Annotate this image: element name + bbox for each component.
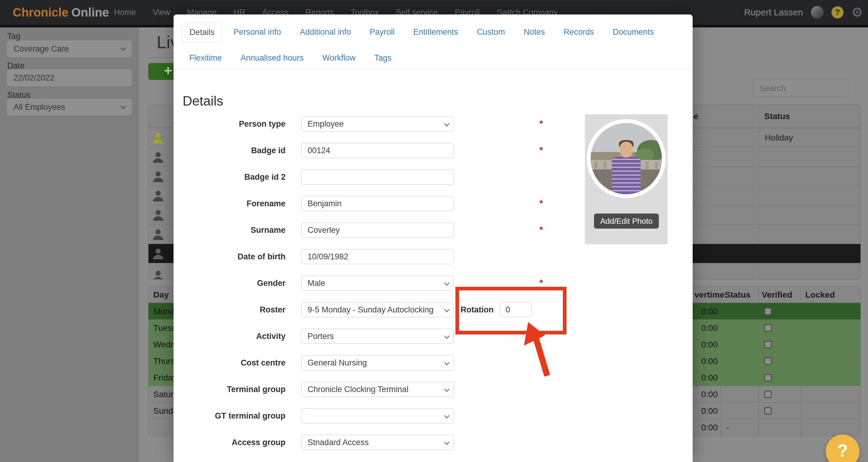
- cost-centre-select[interactable]: General Nursing: [301, 355, 454, 370]
- app-logo[interactable]: Chronicle Online: [13, 0, 109, 25]
- required-asterisk: *: [539, 118, 543, 129]
- tab-annualised-hours[interactable]: Annualised hours: [233, 48, 311, 68]
- status-column-header: Status: [764, 111, 790, 121]
- day-column-header: Day: [153, 290, 169, 300]
- tab-tags[interactable]: Tags: [367, 48, 399, 68]
- modal-tabs-row2: Flexitime Annualised hours Workflow Tags: [182, 48, 403, 68]
- date-of-birth-value: 10/09/1982: [308, 252, 348, 261]
- verified-checkbox[interactable]: [764, 307, 772, 315]
- surname-field[interactable]: Coverley: [301, 223, 454, 238]
- chevron-down-icon: [444, 333, 450, 339]
- tab-records[interactable]: Records: [556, 23, 601, 42]
- add-edit-photo-button[interactable]: Add/Edit Photo: [594, 213, 659, 229]
- forename-field[interactable]: Benjamin: [301, 196, 454, 211]
- gender-select[interactable]: Male: [301, 276, 454, 291]
- verified-checkbox[interactable]: [764, 407, 772, 415]
- tab-workflow[interactable]: Workflow: [315, 48, 363, 68]
- chevron-down-icon: [444, 439, 450, 445]
- tab-personal-info[interactable]: Personal info: [226, 23, 288, 42]
- field-label: Roster: [174, 302, 285, 317]
- badge-id-field[interactable]: 00124: [301, 143, 454, 158]
- user-name[interactable]: Rupert Lassen: [744, 7, 803, 18]
- gear-icon[interactable]: ⚙: [851, 0, 863, 25]
- field-label: Gender: [174, 276, 285, 291]
- status-select[interactable]: All Employees: [7, 99, 132, 115]
- chevron-down-icon: [120, 103, 126, 109]
- activity-select[interactable]: Porters: [301, 329, 454, 344]
- person-icon: [152, 247, 164, 259]
- tag-label: Tag: [7, 32, 21, 41]
- modal-tabs-row1: Details Personal info Additional info Pa…: [182, 23, 665, 42]
- terminal-group-value: Chronicle Clocking Terminal: [308, 385, 408, 394]
- person-type-select[interactable]: Employee: [301, 117, 454, 131]
- tag-select-value: Coverage Care: [13, 44, 69, 54]
- chevron-down-icon: [444, 307, 450, 312]
- terminal-group-select[interactable]: Chronicle Clocking Terminal: [301, 382, 454, 397]
- tab-custom[interactable]: Custom: [470, 23, 512, 42]
- status-select-value: All Employees: [13, 102, 65, 111]
- chevron-down-icon: [444, 121, 450, 126]
- search-input[interactable]: [753, 79, 849, 97]
- photo-panel: Add/Edit Photo: [585, 114, 668, 244]
- field-label: Badge id: [174, 143, 285, 158]
- nav-item-home[interactable]: Home: [114, 8, 136, 17]
- access-group-select[interactable]: Stnadard Access: [301, 435, 454, 450]
- verified-checkbox[interactable]: [764, 357, 772, 365]
- verified-checkbox[interactable]: [764, 374, 772, 382]
- user-avatar[interactable]: [811, 6, 824, 19]
- cost-centre-value: General Nursing: [308, 358, 367, 367]
- field-label: Forename: [174, 196, 285, 211]
- person-icon: [152, 131, 164, 143]
- status-column-header: Status: [725, 290, 751, 300]
- field-label: GT terminal group: [174, 408, 285, 423]
- form-row-gt-terminal-group: GT terminal group: [174, 408, 693, 423]
- roster-select[interactable]: 9-5 Monday - Sunday Autoclocking: [301, 302, 454, 317]
- tab-additional-info[interactable]: Additional info: [292, 23, 358, 42]
- surname-value: Coverley: [308, 226, 340, 235]
- tab-flexitime[interactable]: Flexitime: [182, 48, 229, 68]
- activity-value: Porters: [308, 332, 334, 341]
- tab-documents[interactable]: Documents: [606, 23, 661, 42]
- person-icon: [152, 228, 164, 240]
- field-label: Activity: [174, 329, 285, 344]
- tab-details[interactable]: Details: [182, 23, 222, 42]
- employee-photo: [591, 123, 662, 194]
- form-row-gender: Gender Male *: [174, 276, 693, 291]
- form-row-terminal-group: Terminal group Chronicle Clocking Termin…: [174, 382, 693, 397]
- form-row-date-of-birth: Date of birth 10/09/1982: [174, 249, 693, 264]
- field-label: Access group: [174, 435, 285, 450]
- form-row-access-group: Access group Stnadard Access: [174, 435, 693, 450]
- nav-right-cluster: Rupert Lassen ? ⚙: [744, 0, 863, 25]
- required-asterisk: *: [539, 145, 543, 156]
- chevron-down-icon: [444, 360, 450, 365]
- help-icon[interactable]: ?: [832, 6, 843, 19]
- field-label: Person type: [174, 117, 285, 131]
- floating-help-button[interactable]: ?: [826, 435, 860, 462]
- employee-details-modal: Details Personal info Additional info Pa…: [174, 14, 693, 462]
- verified-checkbox[interactable]: [764, 391, 772, 398]
- tab-payroll[interactable]: Payroll: [363, 23, 402, 42]
- tag-select[interactable]: Coverage Care: [7, 41, 132, 57]
- form-row-cost-centre: Cost centre General Nursing: [174, 355, 693, 370]
- field-label: Surname: [174, 223, 285, 238]
- tab-entitlements[interactable]: Entitlements: [406, 23, 465, 42]
- verified-checkbox[interactable]: [764, 341, 772, 348]
- status-cell: -: [726, 419, 729, 436]
- tab-notes[interactable]: Notes: [517, 23, 552, 42]
- gt-terminal-group-select[interactable]: [301, 408, 454, 423]
- badge-id-2-field[interactable]: [301, 169, 454, 185]
- required-asterisk: *: [539, 224, 543, 235]
- date-field[interactable]: 22/02/2022: [7, 70, 132, 86]
- date-of-birth-field[interactable]: 10/09/1982: [301, 249, 454, 264]
- name-column-header-fragment: e: [693, 111, 699, 121]
- app-logo-secondary: Online: [71, 6, 108, 19]
- field-label: Badge id 2: [174, 169, 285, 185]
- person-icon: [152, 269, 164, 279]
- field-label: Cost centre: [174, 355, 285, 370]
- date-field-value: 22/02/2022: [13, 73, 54, 82]
- details-heading: Details: [183, 94, 223, 108]
- employee-status: Holiday: [765, 128, 793, 147]
- roster-value: 9-5 Monday - Sunday Autoclocking: [308, 305, 433, 314]
- verified-checkbox[interactable]: [764, 324, 772, 332]
- nav-item-view[interactable]: View: [153, 8, 170, 17]
